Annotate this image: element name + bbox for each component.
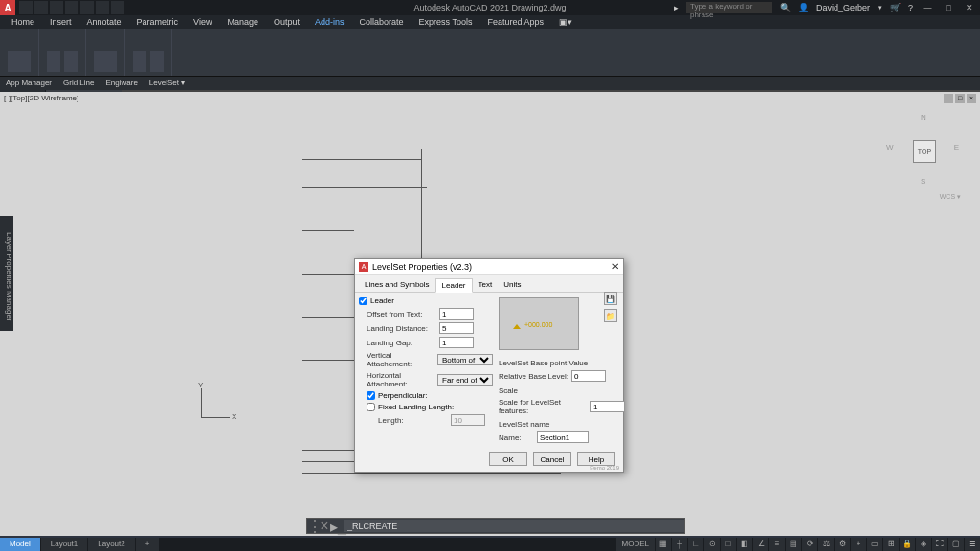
preview-pane: +000.000	[499, 297, 579, 350]
ribbon-panel-levelset[interactable]	[125, 29, 172, 76]
status-tab-add[interactable]: +	[136, 538, 160, 551]
menu-output[interactable]: Output	[266, 15, 307, 29]
xchange-icon[interactable]: ▾	[878, 3, 882, 12]
fixed-checkbox[interactable]	[367, 403, 375, 411]
help-icon[interactable]: ?	[908, 3, 913, 12]
landing-gap-input[interactable]	[439, 337, 474, 348]
status-polar-icon[interactable]: ⊙	[704, 538, 720, 551]
layer-properties-tab[interactable]: Layer Properties Manager	[0, 216, 13, 331]
cart-icon[interactable]: 🛒	[890, 3, 901, 12]
status-tab-layout2[interactable]: Layout2	[88, 538, 134, 551]
viewcube-wcs[interactable]: WCS ▾	[940, 193, 961, 201]
tab-leader[interactable]: Leader	[435, 278, 473, 293]
status-hardware-icon[interactable]: ⛶	[932, 538, 947, 551]
minimize-button[interactable]: —	[921, 3, 934, 12]
status-grid-icon[interactable]: ▦	[656, 538, 671, 551]
maximize-button[interactable]: □	[942, 3, 955, 12]
command-input[interactable]	[344, 520, 684, 532]
status-lwt-icon[interactable]: ≡	[769, 538, 785, 551]
status-transparency-icon[interactable]: ▤	[786, 538, 801, 551]
viewcube-w[interactable]: W	[886, 143, 894, 152]
menu-view[interactable]: View	[186, 15, 219, 29]
viewport-label[interactable]: [-][Top][2D Wireframe]	[4, 94, 78, 102]
open-preset-button[interactable]: 📁	[604, 309, 617, 322]
relbase-input[interactable]	[571, 370, 606, 382]
cmdbar-close-icon[interactable]: ×	[319, 518, 330, 535]
status-snap-icon[interactable]: ┼	[672, 538, 687, 551]
qat-saveas-icon[interactable]	[65, 1, 78, 14]
ribbon-panel-gridline[interactable]	[39, 29, 86, 76]
status-annomon-icon[interactable]: +	[851, 538, 866, 551]
menu-express-tools[interactable]: Express Tools	[412, 15, 480, 29]
hattach-select[interactable]: Far end of Text	[437, 374, 493, 386]
menu-extra-icon[interactable]: ▣▾	[551, 15, 580, 29]
status-cycling-icon[interactable]: ⟳	[802, 538, 817, 551]
qat-new-icon[interactable]	[19, 1, 33, 14]
vattach-select[interactable]: Bottom of text	[437, 354, 493, 365]
ucs-x-label: X	[232, 412, 236, 421]
menu-insert[interactable]: Insert	[42, 15, 79, 29]
vp-min-icon[interactable]: —	[944, 94, 953, 103]
offset-input[interactable]	[439, 308, 474, 320]
search-icon[interactable]: 🔍	[780, 3, 791, 12]
menu-annotate[interactable]: Annotate	[79, 15, 129, 29]
leader-checkbox[interactable]	[359, 297, 368, 305]
status-tab-layout1[interactable]: Layout1	[41, 538, 87, 551]
save-preset-button[interactable]: 💾	[604, 292, 617, 305]
status-clean-icon[interactable]: ▢	[948, 538, 964, 551]
menu-add-ins[interactable]: Add-ins	[307, 15, 352, 29]
cancel-button[interactable]: Cancel	[533, 452, 571, 466]
share-icon[interactable]: ▸	[674, 3, 679, 12]
menu-featured-apps[interactable]: Featured Apps	[479, 15, 551, 29]
viewcube-n[interactable]: N	[921, 113, 926, 121]
drawing-canvas[interactable]: [-][Top][2D Wireframe] — □ × Layer Prope…	[0, 92, 980, 536]
name-input[interactable]	[537, 431, 589, 443]
user-name[interactable]: David_Gerber	[816, 3, 870, 12]
status-otrack-icon[interactable]: ∠	[753, 538, 768, 551]
ribbon-label-3[interactable]: LevelSet ▾	[144, 77, 190, 90]
command-bar[interactable]: ⋮ × ▸_	[306, 518, 685, 534]
perp-checkbox[interactable]	[367, 391, 375, 400]
qat-plot-icon[interactable]	[80, 1, 94, 14]
status-annoscale-icon[interactable]: ⚖	[818, 538, 834, 551]
status-model-label[interactable]: MODEL	[616, 538, 655, 551]
qat-open-icon[interactable]	[34, 1, 48, 14]
qat-undo-icon[interactable]	[96, 1, 109, 14]
menu-manage[interactable]: Manage	[219, 15, 266, 29]
qat-redo-icon[interactable]	[111, 1, 124, 14]
user-icon[interactable]: 👤	[798, 3, 809, 12]
status-units-icon[interactable]: ▭	[867, 538, 882, 551]
status-3dosnap-icon[interactable]: ◧	[737, 538, 752, 551]
landing-dist-input[interactable]	[439, 322, 474, 334]
tab-units[interactable]: Units	[498, 278, 526, 292]
viewcube-s[interactable]: S	[921, 177, 925, 186]
vp-close-icon[interactable]: ×	[967, 94, 976, 103]
tab-lines-symbols[interactable]: Lines and Symbols	[359, 278, 435, 292]
status-workspace-icon[interactable]: ⚙	[835, 538, 850, 551]
status-tab-model[interactable]: Model	[0, 538, 40, 551]
menu-home[interactable]: Home	[4, 15, 42, 29]
close-button[interactable]: ✕	[963, 3, 976, 12]
status-ortho-icon[interactable]: ∟	[688, 538, 703, 551]
status-qp-icon[interactable]: ⊞	[883, 538, 899, 551]
cmdbar-grip-icon[interactable]: ⋮	[307, 518, 319, 536]
help-button[interactable]: Help	[577, 452, 615, 466]
viewcube-e[interactable]: E	[954, 143, 959, 152]
ok-button[interactable]: OK	[489, 452, 527, 466]
viewcube-top-face[interactable]: TOP	[913, 140, 936, 163]
status-lock-icon[interactable]: 🔒	[900, 538, 915, 551]
status-iso-icon[interactable]: ◈	[916, 538, 931, 551]
menu-collaborate[interactable]: Collaborate	[352, 15, 412, 29]
ribbon-panel-engiware[interactable]	[86, 29, 125, 76]
qat-save-icon[interactable]	[50, 1, 63, 14]
menu-parametric[interactable]: Parametric	[129, 15, 187, 29]
scale-input[interactable]	[590, 401, 625, 412]
viewcube[interactable]: TOP N S E W WCS ▾	[884, 111, 961, 187]
dialog-close-button[interactable]: ✕	[612, 261, 619, 272]
ribbon-panel-appmanager[interactable]	[0, 29, 39, 76]
vp-max-icon[interactable]: □	[955, 94, 965, 103]
status-custom-icon[interactable]: ≣	[965, 538, 980, 551]
search-input[interactable]: Type a keyword or phrase	[686, 2, 772, 13]
tab-text[interactable]: Text	[473, 278, 499, 292]
status-osnap-icon[interactable]: □	[721, 538, 736, 551]
